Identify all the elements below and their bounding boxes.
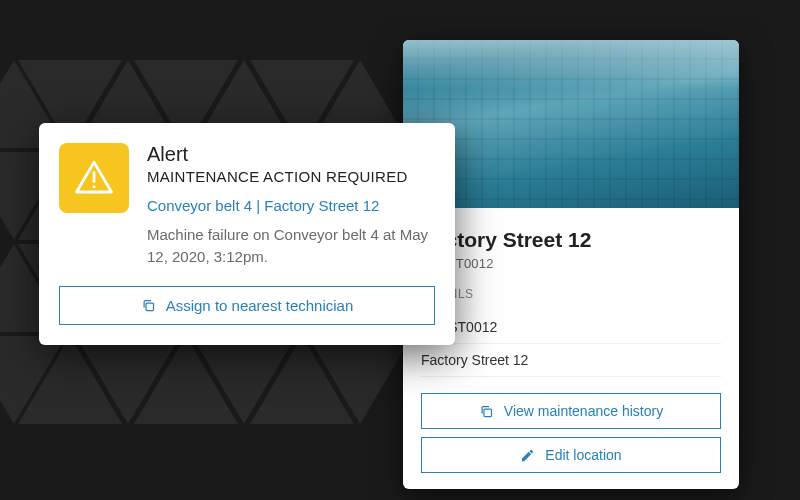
button-label: View maintenance history — [504, 403, 663, 419]
location-code: FACST0012 — [421, 256, 721, 271]
alert-header: Alert MAINTENANCE ACTION REQUIRED Convey… — [59, 143, 435, 268]
svg-point-2 — [92, 185, 95, 188]
copy-icon — [479, 404, 494, 419]
pencil-icon — [520, 448, 535, 463]
button-label: Edit location — [545, 447, 621, 463]
alert-title: Alert — [147, 143, 435, 166]
button-label: Assign to nearest technician — [166, 297, 354, 314]
svg-rect-0 — [484, 409, 492, 417]
warning-icon — [59, 143, 129, 213]
copy-icon — [141, 298, 156, 313]
assign-technician-button[interactable]: Assign to nearest technician — [59, 286, 435, 325]
alert-description: Machine failure on Conveyor belt 4 at Ma… — [147, 224, 435, 268]
location-actions: View maintenance history Edit location — [421, 393, 721, 473]
location-detail-row: FACST0012 — [421, 311, 721, 344]
alert-subtitle: MAINTENANCE ACTION REQUIRED — [147, 168, 435, 185]
alert-location-link[interactable]: Conveyor belt 4 | Factory Street 12 — [147, 197, 435, 214]
alert-text-block: Alert MAINTENANCE ACTION REQUIRED Convey… — [147, 143, 435, 268]
view-maintenance-history-button[interactable]: View maintenance history — [421, 393, 721, 429]
location-detail-row: Factory Street 12 — [421, 344, 721, 377]
location-title: Factory Street 12 — [421, 228, 721, 252]
edit-location-button[interactable]: Edit location — [421, 437, 721, 473]
svg-rect-3 — [146, 303, 154, 311]
location-section-label: DETAILS — [421, 287, 721, 301]
alert-card: Alert MAINTENANCE ACTION REQUIRED Convey… — [39, 123, 455, 345]
